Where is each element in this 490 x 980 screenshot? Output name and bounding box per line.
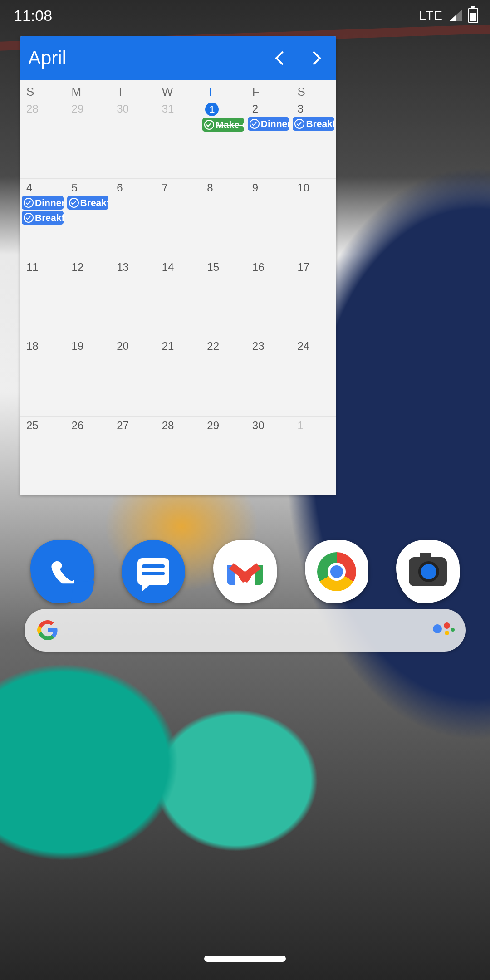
messages-icon xyxy=(137,558,169,585)
event-label: Breakfa xyxy=(80,197,109,208)
calendar-month-title[interactable]: April xyxy=(28,47,266,69)
day-number: 29 xyxy=(66,102,84,115)
dow-cell: T xyxy=(110,80,156,100)
day-number: 27 xyxy=(111,418,129,432)
day-cell[interactable]: 15 xyxy=(201,258,246,337)
day-number: 16 xyxy=(247,260,265,274)
day-cell[interactable]: 9 xyxy=(246,179,291,257)
event-chip[interactable]: Breakfa xyxy=(22,211,64,225)
day-cell[interactable]: 21 xyxy=(156,337,201,416)
day-cell[interactable]: 24 xyxy=(291,337,336,416)
camera-app[interactable] xyxy=(396,540,460,603)
event-chip[interactable]: Make c xyxy=(202,118,244,132)
camera-icon xyxy=(409,557,447,586)
day-number: 3 xyxy=(292,102,303,115)
day-cell[interactable]: 28 xyxy=(20,100,65,178)
event-label: Make c xyxy=(216,119,244,130)
event-chips: Dinner:Breakfa xyxy=(21,196,64,225)
day-cell[interactable]: 22 xyxy=(201,337,246,416)
day-cell[interactable]: 1Make c xyxy=(201,100,246,178)
day-cell[interactable]: 27 xyxy=(110,416,156,495)
dow-cell: F xyxy=(246,80,291,100)
prev-month-button[interactable] xyxy=(266,42,298,74)
gesture-nav-bar[interactable] xyxy=(204,956,286,962)
day-cell[interactable]: 12 xyxy=(65,258,111,337)
day-cell[interactable]: 1 xyxy=(291,416,336,495)
calendar-grid: 282930311Make c2Dinner:3Breakfa4Dinner:B… xyxy=(20,100,336,495)
day-cell[interactable]: 31 xyxy=(156,100,201,178)
event-chip[interactable]: Dinner: xyxy=(248,117,289,131)
day-cell[interactable]: 16 xyxy=(246,258,291,337)
event-chips: Breakfa xyxy=(66,196,110,210)
gmail-app[interactable] xyxy=(213,540,277,603)
day-cell[interactable]: 4Dinner:Breakfa xyxy=(20,179,65,257)
day-cell[interactable]: 11 xyxy=(20,258,65,337)
event-chip[interactable]: Dinner: xyxy=(22,196,64,210)
day-number: 24 xyxy=(292,339,309,353)
signal-icon xyxy=(449,10,462,21)
day-cell[interactable]: 25 xyxy=(20,416,65,495)
day-number: 19 xyxy=(66,339,84,353)
event-chip[interactable]: Breakfa xyxy=(293,117,334,131)
day-cell[interactable]: 6 xyxy=(110,179,156,257)
dow-cell: T xyxy=(201,80,246,100)
phone-app[interactable] xyxy=(30,540,94,603)
day-number: 31 xyxy=(157,102,174,115)
day-cell[interactable]: 2Dinner: xyxy=(246,100,291,178)
task-check-icon xyxy=(204,120,214,130)
event-chips: Dinner: xyxy=(247,117,290,131)
day-number: 8 xyxy=(201,181,213,194)
event-label: Breakfa xyxy=(35,212,64,223)
day-cell[interactable]: 8 xyxy=(201,179,246,257)
day-number: 18 xyxy=(21,339,39,353)
event-chip[interactable]: Breakfa xyxy=(67,196,109,210)
chevron-right-icon xyxy=(307,51,321,65)
day-cell[interactable]: 20 xyxy=(110,337,156,416)
day-cell[interactable]: 5Breakfa xyxy=(65,179,111,257)
day-number: 12 xyxy=(66,260,84,274)
day-number: 13 xyxy=(111,260,129,274)
day-cell[interactable]: 23 xyxy=(246,337,291,416)
chevron-left-icon xyxy=(275,51,289,65)
dow-cell: W xyxy=(156,80,201,100)
messages-app[interactable] xyxy=(122,540,185,603)
week-row: 18192021222324 xyxy=(20,337,336,416)
assistant-icon[interactable] xyxy=(432,620,453,641)
day-number: 30 xyxy=(111,102,129,115)
event-label: Breakfa xyxy=(306,118,334,129)
day-cell[interactable]: 3Breakfa xyxy=(291,100,336,178)
day-number: 30 xyxy=(247,418,265,432)
next-month-button[interactable] xyxy=(298,42,330,74)
day-cell[interactable]: 29 xyxy=(65,100,111,178)
day-cell[interactable]: 18 xyxy=(20,337,65,416)
day-cell[interactable]: 7 xyxy=(156,179,201,257)
dock xyxy=(0,535,490,608)
task-check-icon xyxy=(294,119,304,129)
event-chips: Breakfa xyxy=(292,117,335,131)
day-cell[interactable]: 26 xyxy=(65,416,111,495)
event-label: Dinner: xyxy=(261,118,289,129)
day-number: 21 xyxy=(157,339,174,353)
day-cell[interactable]: 17 xyxy=(291,258,336,337)
day-cell[interactable]: 29 xyxy=(201,416,246,495)
day-cell[interactable]: 28 xyxy=(156,416,201,495)
day-number: 20 xyxy=(111,339,129,353)
chrome-app[interactable] xyxy=(305,540,368,603)
status-time: 11:08 xyxy=(14,7,52,24)
day-cell[interactable]: 30 xyxy=(110,100,156,178)
google-logo-icon xyxy=(37,620,58,641)
day-cell[interactable]: 13 xyxy=(110,258,156,337)
day-number: 22 xyxy=(201,339,219,353)
google-search-bar[interactable] xyxy=(24,609,466,652)
calendar-widget[interactable]: April SMTWTFS 282930311Make c2Dinner:3Br… xyxy=(20,36,336,495)
day-cell[interactable]: 30 xyxy=(246,416,291,495)
day-number: 25 xyxy=(21,418,39,432)
day-cell[interactable]: 19 xyxy=(65,337,111,416)
event-chips: Make c xyxy=(201,118,245,132)
day-cell[interactable]: 14 xyxy=(156,258,201,337)
day-of-week-row: SMTWTFS xyxy=(20,80,336,100)
day-number: 1 xyxy=(292,418,303,432)
day-cell[interactable]: 10 xyxy=(291,179,336,257)
task-check-icon xyxy=(69,198,79,208)
network-label: LTE xyxy=(419,8,443,23)
